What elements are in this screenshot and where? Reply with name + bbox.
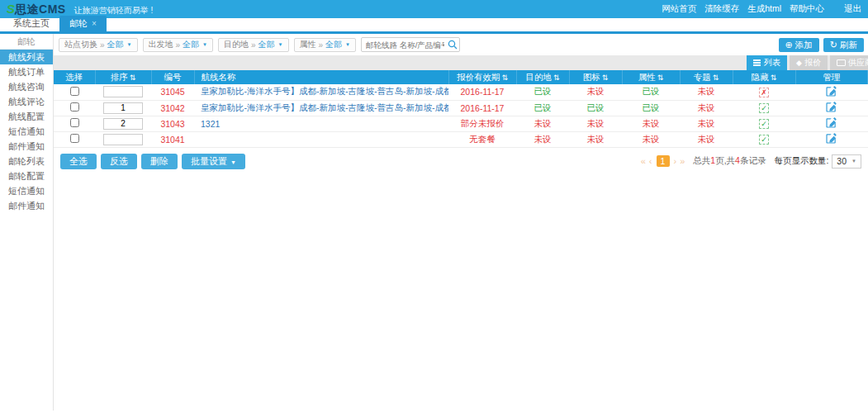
select-cell	[54, 131, 95, 147]
visible-check-icon[interactable]: ✓	[759, 135, 769, 145]
filter-label: 出发地	[149, 39, 173, 50]
sort-order-input[interactable]	[103, 134, 143, 145]
top-header: S 思途CMS 让旅游营销轻而易举 ! 网站首页清除缓存生成html帮助中心退出	[0, 0, 868, 18]
status-cell: 未设	[569, 84, 622, 100]
filter-属性[interactable]: 属性»全部▼	[294, 38, 357, 52]
next-page-button[interactable]: ›	[674, 156, 677, 166]
sidebar-item-航线评论[interactable]: 航线评论	[0, 94, 53, 109]
sidebar-item-邮件通知[interactable]: 邮件通知	[0, 139, 53, 154]
table-row: 310431321部分未报价未设未设未设未设✓	[54, 116, 868, 131]
validity-cell: 2016-11-17	[448, 84, 516, 100]
select-cell	[54, 116, 95, 131]
row-checkbox[interactable]	[70, 134, 79, 143]
close-icon[interactable]: ×	[92, 19, 97, 28]
sort-cell	[95, 131, 151, 147]
add-button[interactable]: ⊕添加	[779, 38, 819, 52]
filter-separator: »	[251, 40, 256, 50]
bulk-button-删除[interactable]: 删除	[141, 154, 178, 169]
visible-check-icon[interactable]: ✓	[759, 103, 769, 113]
edit-icon[interactable]	[826, 86, 837, 98]
logout-link[interactable]: 退出	[844, 3, 861, 15]
row-checkbox[interactable]	[70, 87, 79, 96]
filter-出发地[interactable]: 出发地»全部▼	[143, 38, 214, 52]
bulk-button-反选[interactable]: 反选	[101, 154, 137, 169]
name-cell	[194, 131, 448, 147]
filter-站点切换[interactable]: 站点切换»全部▼	[59, 38, 138, 52]
top-menu-item[interactable]: 清除缓存	[704, 3, 739, 15]
first-page-button[interactable]: «	[641, 156, 646, 166]
sidebar-item-邮轮配置[interactable]: 邮轮配置	[0, 169, 53, 183]
status-cell: 已设	[516, 84, 569, 100]
filter-label: 站点切换	[64, 39, 97, 50]
sort-cell	[95, 116, 151, 131]
route-name-link[interactable]: 皇家加勒比-海洋水手号】成都-新加坡-吉隆坡-普吉岛-新加坡-成都 5晚6日游	[201, 86, 448, 96]
top-menu-item[interactable]: 生成html	[747, 3, 781, 15]
brand-logo: S 思途CMS 让旅游营销轻而易举 !	[7, 2, 153, 17]
row-checkbox[interactable]	[70, 118, 79, 127]
route-name-link[interactable]: 皇家加勒比-海洋水手号】成都-新加坡-吉隆坡-普吉岛-新加坡-成都 5晚6日游	[201, 102, 448, 112]
column-header-航线名称: 航线名称	[194, 70, 448, 84]
sort-arrows-icon[interactable]: ⇅	[771, 74, 777, 82]
sidebar-title: 邮轮	[0, 34, 53, 50]
status-cell: 未设	[680, 100, 733, 116]
current-page-button[interactable]: 1	[657, 155, 670, 167]
sort-arrows-icon[interactable]: ⇅	[553, 74, 560, 82]
prev-page-button[interactable]: ‹	[649, 156, 652, 166]
filter-目的地[interactable]: 目的地»全部▼	[218, 38, 289, 52]
sort-arrows-icon[interactable]: ⇅	[501, 74, 508, 82]
cube-icon: ◆	[796, 55, 802, 70]
tab-邮轮[interactable]: 邮轮×	[59, 16, 107, 31]
sidebar-item-航线咨询[interactable]: 航线咨询	[0, 79, 53, 94]
chevron-down-icon: ▼	[278, 42, 283, 47]
sidebar-item-航线列表[interactable]: 航线列表	[0, 50, 53, 64]
route-name-link[interactable]: 1321	[201, 119, 220, 129]
view-tab-列表[interactable]: 列表	[747, 55, 787, 70]
search-icon[interactable]	[448, 40, 458, 50]
edit-icon[interactable]	[826, 133, 837, 145]
tab-label: 系统主页	[13, 18, 50, 28]
status-cell: 未设	[569, 116, 622, 131]
sidebar-item-邮轮列表[interactable]: 邮轮列表	[0, 154, 53, 169]
content-area: 站点切换»全部▼出发地»全部▼目的地»全部▼属性»全部▼ ⊕添加 ↻刷新 列表◆…	[54, 34, 868, 411]
sidebar-item-邮件通知[interactable]: 邮件通知	[0, 198, 53, 213]
chevron-down-icon: ▼	[127, 42, 132, 47]
batch-settings-button[interactable]: 批量设置▼	[182, 154, 245, 169]
sort-order-input[interactable]	[103, 86, 143, 97]
top-menu-item[interactable]: 帮助中心	[790, 3, 824, 15]
sort-arrows-icon[interactable]: ⇅	[657, 74, 664, 82]
sidebar-item-短信通知[interactable]: 短信通知	[0, 183, 53, 198]
view-tab-供应商[interactable]: 供应商	[830, 55, 868, 70]
edit-icon[interactable]	[826, 117, 837, 130]
status-cell: 未设	[516, 116, 569, 131]
sort-order-input[interactable]	[103, 118, 143, 130]
status-value: 未设	[643, 134, 660, 144]
sort-arrows-icon[interactable]: ⇅	[130, 74, 136, 82]
top-menu-item[interactable]: 网站首页	[662, 3, 696, 15]
refresh-button[interactable]: ↻刷新	[823, 38, 864, 52]
per-page-select[interactable]: 30 ▼	[832, 154, 861, 169]
tab-系统主页[interactable]: 系统主页	[3, 16, 59, 31]
view-tab-报价[interactable]: ◆报价	[790, 55, 828, 70]
sort-order-input[interactable]	[103, 102, 143, 114]
row-checkbox[interactable]	[70, 102, 79, 112]
sidebar-item-航线配置[interactable]: 航线配置	[0, 109, 53, 124]
sort-arrows-icon[interactable]: ⇅	[602, 74, 609, 82]
column-label: 管理	[823, 72, 840, 82]
sort-arrows-icon[interactable]: ⇅	[713, 74, 719, 82]
id-card-icon	[837, 59, 846, 66]
table-row: 31042皇家加勒比-海洋水手号】成都-新加坡-吉隆坡-普吉岛-新加坡-成都 5…	[54, 100, 868, 116]
bulk-button-全选[interactable]: 全选	[60, 154, 97, 169]
search-input[interactable]	[361, 37, 460, 52]
refresh-icon: ↻	[830, 38, 837, 51]
plus-circle-icon: ⊕	[785, 38, 793, 51]
sidebar-item-短信通知[interactable]: 短信通知	[0, 124, 53, 139]
top-menu: 网站首页清除缓存生成html帮助中心退出	[653, 3, 861, 15]
per-page-label: 每页显示数量:	[774, 155, 828, 167]
sort-cell	[95, 100, 151, 116]
visible-check-icon[interactable]: ✓	[759, 119, 769, 129]
manage-cell	[795, 84, 868, 100]
edit-icon[interactable]	[826, 102, 837, 114]
hidden-cross-icon[interactable]: ✗	[759, 88, 769, 97]
last-page-button[interactable]: »	[680, 156, 685, 166]
sidebar-item-航线订单[interactable]: 航线订单	[0, 64, 53, 79]
